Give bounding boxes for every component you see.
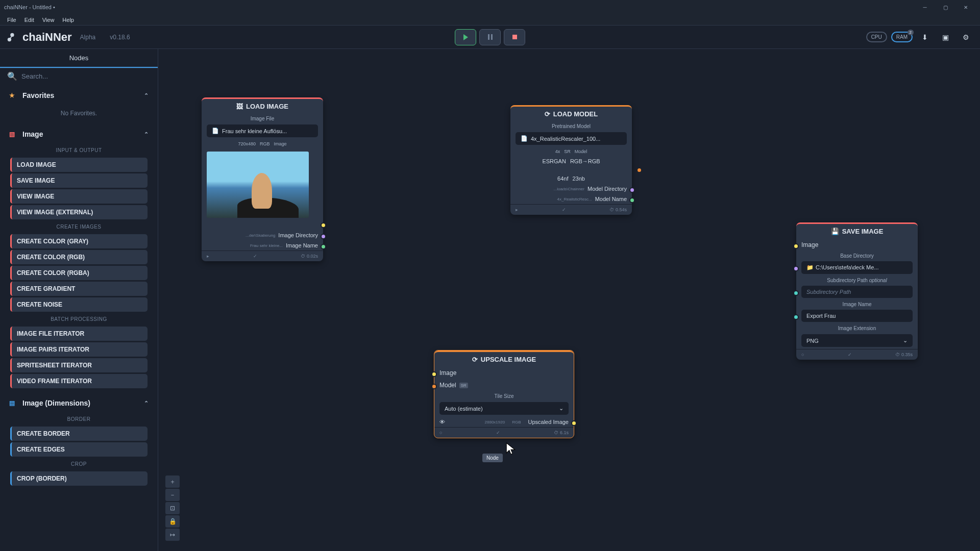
eye-icon[interactable]: 👁	[439, 419, 445, 425]
output-name-row: Frau sehr kleine... Image Name	[202, 240, 323, 251]
node-upscale-image[interactable]: ⟳UPSCALE IMAGE Image Model SR Tile Size …	[434, 350, 574, 438]
ram-badge: 2	[908, 30, 914, 35]
image-preview	[207, 152, 309, 218]
sidebar-item-load-image[interactable]: LOAD IMAGE	[10, 158, 148, 172]
sidebar-item-create-color-rgba[interactable]: CREATE COLOR (RGBA)	[10, 266, 148, 280]
input-model-row: Model SR	[434, 379, 574, 391]
menu-file[interactable]: File	[3, 16, 20, 24]
sidebar-item-create-color-rgb[interactable]: CREATE COLOR (RGB)	[10, 250, 148, 264]
sidebar: Nodes 🔍 ★ Favorites ⌃ No Favorites. ▧ Im…	[0, 49, 158, 551]
app-alpha-tag: Alpha	[80, 34, 96, 41]
sidebar-item-create-noise[interactable]: CREATE NOISE	[10, 297, 148, 312]
stop-icon	[512, 35, 517, 39]
tooltip: Node	[482, 454, 503, 462]
sidebar-item-video-frame-iterator[interactable]: VIDEO FRAME ITERATOR	[10, 374, 148, 388]
cpu-indicator[interactable]: CPU	[866, 32, 887, 42]
tile-size-select[interactable]: Auto (estimate) ⌄	[439, 402, 569, 415]
search-input[interactable]	[21, 72, 151, 80]
export-button[interactable]: ↦	[165, 529, 180, 541]
subsection-label: BATCH PROCESSING	[6, 313, 152, 325]
output-image-port	[202, 221, 323, 230]
search-icon: 🔍	[7, 71, 17, 81]
input-image-row: Image	[434, 367, 574, 379]
field-label: Image Name	[796, 299, 918, 308]
save-icon: 💾	[831, 228, 839, 235]
sidebar-item-create-gradient[interactable]: CREATE GRADIENT	[10, 282, 148, 296]
lock-button[interactable]: 🔒	[165, 515, 180, 528]
download-icon[interactable]: ⬇	[917, 29, 933, 45]
field-label: Image File	[202, 114, 323, 122]
category-favorites[interactable]: ★ Favorites ⌃	[6, 87, 152, 104]
star-icon: ★	[9, 92, 18, 99]
subsection-label: CREATE IMAGES	[6, 221, 152, 233]
run-button[interactable]	[455, 29, 476, 45]
sidebar-item-create-border[interactable]: CREATE BORDER	[10, 427, 148, 441]
file-icon: 📄	[521, 135, 528, 142]
model-icon: ⟳	[545, 110, 550, 118]
file-icon: 📄	[212, 128, 219, 134]
canvas-controls: ＋ － ⊡ 🔒 ↦	[165, 475, 180, 541]
pause-icon	[488, 34, 493, 40]
sidebar-item-crop-border[interactable]: CROP (BORDER)	[10, 471, 148, 486]
menu-view[interactable]: View	[38, 16, 59, 24]
base-directory-field[interactable]: 📁C:\Users\stefa\deck Me...	[801, 261, 913, 274]
extension-select[interactable]: PNG ⌄	[801, 334, 913, 347]
ram-indicator[interactable]: RAM2	[891, 32, 913, 42]
field-label: Image Extension	[796, 323, 918, 332]
subsection-label: CROP	[6, 458, 152, 470]
window-close[interactable]: ✕	[955, 0, 976, 14]
output-directory-row: ...der\Skalierung Image Directory	[202, 230, 323, 240]
node-load-model[interactable]: ⟳LOAD MODEL Pretrained Model 📄4x_Realist…	[510, 105, 632, 215]
file-picker[interactable]: 📄4x_RealisticRescaler_100...	[516, 132, 627, 145]
field-label: Tile Size	[434, 391, 574, 400]
sidebar-item-view-image-external[interactable]: VIEW IMAGE (EXTERNAL)	[10, 205, 148, 219]
sidebar-item-view-image[interactable]: VIEW IMAGE	[10, 189, 148, 204]
sidebar-item-create-color-gray[interactable]: CREATE COLOR (GRAY)	[10, 234, 148, 248]
chevron-down-icon: ⌄	[559, 405, 564, 412]
app-logo-icon	[6, 32, 17, 43]
menu-help[interactable]: Help	[58, 16, 78, 24]
app-version: v0.18.6	[110, 34, 130, 41]
fit-view-button[interactable]: ⊡	[165, 502, 180, 514]
input-image-row: Image	[796, 239, 918, 251]
field-label: Pretrained Model	[510, 121, 632, 130]
field-label: Subdirectory Path optional	[796, 276, 918, 284]
file-picker[interactable]: 📄Frau sehr kleine Auflösu...	[207, 124, 318, 137]
sidebar-item-create-edges[interactable]: CREATE EDGES	[10, 442, 148, 457]
settings-icon[interactable]: ⚙	[958, 29, 974, 45]
screenshot-icon[interactable]: ▣	[937, 29, 953, 45]
subsection-label: INPUT & OUTPUT	[6, 144, 152, 156]
category-image-dimensions[interactable]: ▤ Image (Dimensions) ⌃	[6, 395, 152, 411]
chevron-down-icon: ⌄	[903, 337, 908, 344]
sidebar-item-spritesheet-iterator[interactable]: SPRITESHEET ITERATOR	[10, 358, 148, 372]
folder-icon: 📁	[806, 264, 814, 270]
tab-nodes[interactable]: Nodes	[0, 49, 158, 68]
stop-button[interactable]	[504, 29, 525, 45]
image-name-field[interactable]: Export Frau	[801, 310, 913, 322]
dimensions-icon: ▤	[9, 399, 18, 407]
canvas[interactable]: 🖼LOAD IMAGE Image File 📄Frau sehr kleine…	[158, 49, 980, 551]
sidebar-item-image-pairs-iterator[interactable]: IMAGE PAIRS ITERATOR	[10, 342, 148, 357]
output-model-port	[510, 166, 632, 173]
output-upscaled-row: 👁 2880x1920 RGB Upscaled Image	[434, 417, 574, 427]
category-image[interactable]: ▧ Image ⌃	[6, 126, 152, 142]
pause-button[interactable]	[479, 29, 501, 45]
zoom-in-button[interactable]: ＋	[165, 475, 180, 488]
subdirectory-field[interactable]	[801, 286, 913, 298]
image-icon: ▧	[9, 131, 18, 138]
node-load-image[interactable]: 🖼LOAD IMAGE Image File 📄Frau sehr kleine…	[202, 97, 323, 261]
window-minimize[interactable]: ─	[915, 0, 935, 14]
output-directory-row: ...loads\Chainner Model Directory	[510, 184, 632, 194]
zoom-out-button[interactable]: －	[165, 489, 180, 501]
subsection-label: BORDER	[6, 413, 152, 425]
menu-edit[interactable]: Edit	[20, 16, 38, 24]
window-maximize[interactable]: ▢	[935, 0, 955, 14]
field-label: Base Directory	[796, 251, 918, 260]
window-title: chaiNNer - Untitled •	[4, 4, 55, 10]
sidebar-item-image-file-iterator[interactable]: IMAGE FILE ITERATOR	[10, 327, 148, 341]
node-save-image[interactable]: 💾SAVE IMAGE Image Base Directory 📁C:\Use…	[796, 222, 918, 360]
output-name-row: 4x_RealisticResc... Model Name	[510, 194, 632, 204]
chevron-up-icon: ⌃	[144, 131, 149, 138]
sidebar-item-save-image[interactable]: SAVE IMAGE	[10, 173, 148, 188]
play-icon	[463, 34, 468, 40]
